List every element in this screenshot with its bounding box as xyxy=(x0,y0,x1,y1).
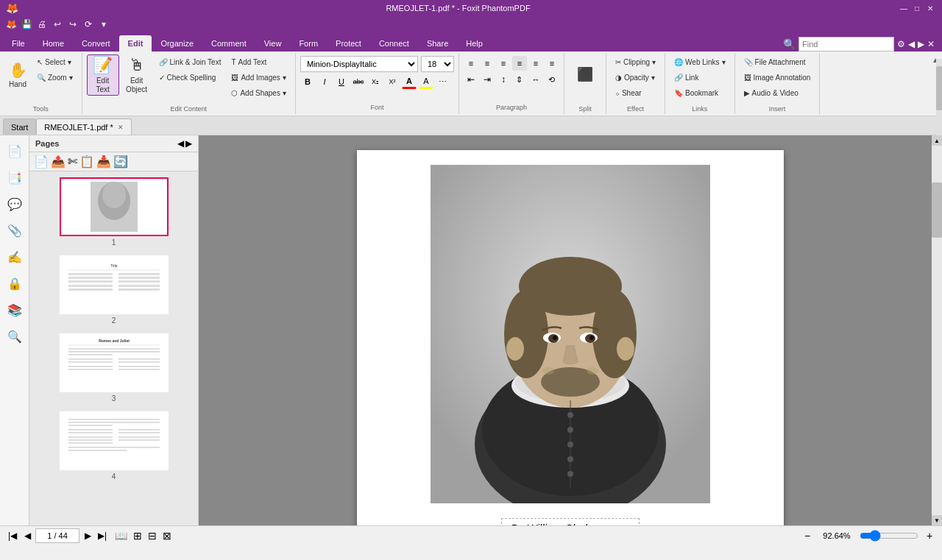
zoom-out-button[interactable]: − xyxy=(801,529,814,542)
char-spacing-button[interactable]: ↔ xyxy=(528,72,543,87)
start-tab[interactable]: Start xyxy=(3,118,36,135)
last-page-button[interactable]: ▶| xyxy=(96,529,109,542)
superscript-button[interactable]: X² xyxy=(385,74,400,89)
pdf-scrollbar[interactable]: ▲ ▼ xyxy=(932,135,942,525)
search-settings-icon[interactable]: ⚙ xyxy=(897,39,905,49)
page-thumbnail-3[interactable]: Romeo and Juliet xyxy=(60,333,169,403)
list-ordered-button[interactable]: ≡ xyxy=(480,56,495,71)
zoom-button[interactable]: 🔍 Zoom ▾ xyxy=(32,70,77,85)
bold-button[interactable]: B xyxy=(300,74,315,89)
tab-share[interactable]: Share xyxy=(418,35,457,52)
font-size-select[interactable]: 18 xyxy=(421,56,454,72)
document-tab[interactable]: RMEOJLET-1.pdf * ✕ xyxy=(36,118,132,135)
nav-next-icon[interactable]: ▶ xyxy=(918,39,924,49)
maximize-button[interactable]: □ xyxy=(911,2,923,14)
tool-panel-btn-6[interactable]: 🔒 xyxy=(2,271,27,296)
italic-button[interactable]: I xyxy=(317,74,332,89)
line-spacing-button[interactable]: ↕ xyxy=(496,72,511,87)
zoom-in-button[interactable]: + xyxy=(923,529,936,542)
tab-edit[interactable]: Edit xyxy=(119,35,152,52)
page-action-5[interactable]: 📥 xyxy=(96,155,111,169)
more-font-button[interactable]: ⋯ xyxy=(436,74,450,89)
refresh-button[interactable]: ⟳ xyxy=(82,18,95,31)
tab-form[interactable]: Form xyxy=(290,35,327,52)
text-direction-button[interactable]: ⟲ xyxy=(545,72,559,87)
tab-protect[interactable]: Protect xyxy=(327,35,370,52)
tool-panel-btn-3[interactable]: 💬 xyxy=(2,191,27,216)
zoom-slider[interactable] xyxy=(860,530,918,542)
check-spelling-button[interactable]: ✓ Check Spelling xyxy=(155,70,226,85)
pages-scroll[interactable]: 1 Title xyxy=(29,171,198,525)
tool-panel-btn-1[interactable]: 📄 xyxy=(2,138,27,163)
web-links-button[interactable]: 🌐 Web Links ▾ xyxy=(670,54,730,69)
save-button[interactable]: 💾 xyxy=(20,18,33,31)
split-view-button[interactable]: ⊟ xyxy=(148,530,157,542)
add-shapes-button[interactable]: ⬡ Add Shapes ▾ xyxy=(227,85,291,100)
align-center-button[interactable]: ≡ xyxy=(512,56,527,71)
read-mode-button[interactable]: 📖 xyxy=(115,530,127,542)
split-button[interactable]: ⬛ xyxy=(569,54,601,96)
tab-close-button[interactable]: ✕ xyxy=(118,124,124,131)
tab-home[interactable]: Home xyxy=(34,35,73,52)
prev-page-button[interactable]: ◀ xyxy=(21,529,34,542)
tab-comment[interactable]: Comment xyxy=(202,35,255,52)
align-justify-button[interactable]: ≡ xyxy=(545,56,559,71)
align-right-button[interactable]: ≡ xyxy=(528,56,543,71)
select-button[interactable]: ↖ Select ▾ xyxy=(32,54,77,69)
add-text-button[interactable]: T Add Text xyxy=(227,54,291,69)
audio-video-button[interactable]: ▶ Audio & Video xyxy=(740,85,815,100)
page-thumbnail-4[interactable]: 4 xyxy=(60,411,169,481)
edit-text-button[interactable]: 📝 Edit Text xyxy=(87,54,119,96)
tab-organize[interactable]: Organize xyxy=(152,35,202,52)
file-attachment-button[interactable]: 📎 File Attachment xyxy=(740,54,815,69)
pages-next-button[interactable]: ▶ xyxy=(185,138,192,149)
tab-connect[interactable]: Connect xyxy=(370,35,418,52)
undo-button[interactable]: ↩ xyxy=(51,18,64,31)
add-images-button[interactable]: 🖼 Add Images ▾ xyxy=(227,70,291,85)
more-qa-button[interactable]: ▾ xyxy=(97,18,110,31)
scroll-up-button[interactable]: ▲ xyxy=(932,135,942,146)
pages-prev-button[interactable]: ◀ xyxy=(177,138,184,149)
page-action-3[interactable]: ✄ xyxy=(68,155,77,169)
tool-panel-btn-5[interactable]: ✍ xyxy=(2,244,27,269)
subscript-button[interactable]: X₂ xyxy=(368,74,383,89)
shear-button[interactable]: ⬦ Shear xyxy=(611,85,660,100)
opacity-button[interactable]: ◑ Opacity ▾ xyxy=(611,70,660,85)
app-logo-btn[interactable]: 🦊 xyxy=(4,18,18,31)
first-page-button[interactable]: |◀ xyxy=(6,529,19,542)
redo-button[interactable]: ↪ xyxy=(66,18,79,31)
print-button[interactable]: 🖨 xyxy=(35,18,49,31)
tool-panel-btn-7[interactable]: 📚 xyxy=(2,297,27,322)
underline-button[interactable]: U xyxy=(334,74,349,89)
font-name-select[interactable]: Minion-DisplayItalic xyxy=(300,56,418,72)
page-action-6[interactable]: 🔄 xyxy=(113,155,128,169)
bookmark-button[interactable]: 🔖 Bookmark xyxy=(670,85,730,100)
align-left-button[interactable]: ≡ xyxy=(496,56,511,71)
scroll-thumb[interactable] xyxy=(932,182,942,238)
strikethrough-button[interactable]: abc xyxy=(351,74,366,89)
hand-tool-button[interactable]: ✋ Hand xyxy=(4,54,31,96)
highlight-button[interactable]: A xyxy=(419,74,433,89)
link-button[interactable]: 🔗 Link xyxy=(670,70,730,85)
scroll-down-button[interactable]: ▼ xyxy=(932,515,942,525)
close-button[interactable]: ✕ xyxy=(924,2,936,14)
tool-panel-btn-4[interactable]: 📎 xyxy=(2,218,27,243)
page-action-2[interactable]: 📤 xyxy=(51,155,65,169)
page-thumbnail-2[interactable]: Title 2 xyxy=(60,255,169,325)
image-annotation-button[interactable]: 🖼 Image Annotation xyxy=(740,70,815,85)
layout-button[interactable]: ⊠ xyxy=(163,530,171,542)
tab-convert[interactable]: Convert xyxy=(73,35,119,52)
indent-decrease-button[interactable]: ⇤ xyxy=(464,72,478,87)
minimize-button[interactable]: — xyxy=(898,2,910,14)
tab-help[interactable]: Help xyxy=(457,35,492,52)
page-action-1[interactable]: 📄 xyxy=(34,155,49,169)
tool-panel-btn-2[interactable]: 📑 xyxy=(2,165,27,190)
list-unordered-button[interactable]: ≡ xyxy=(464,56,478,71)
clipping-button[interactable]: ✂ Clipping ▾ xyxy=(611,54,660,69)
close-search-icon[interactable]: ✕ xyxy=(927,39,935,49)
tab-file[interactable]: File xyxy=(3,35,34,52)
page-thumbnail-1[interactable]: 1 xyxy=(60,177,169,247)
next-page-button[interactable]: ▶ xyxy=(81,529,94,542)
tool-panel-btn-8[interactable]: 🔍 xyxy=(2,324,27,349)
font-color-button[interactable]: A xyxy=(402,74,417,89)
